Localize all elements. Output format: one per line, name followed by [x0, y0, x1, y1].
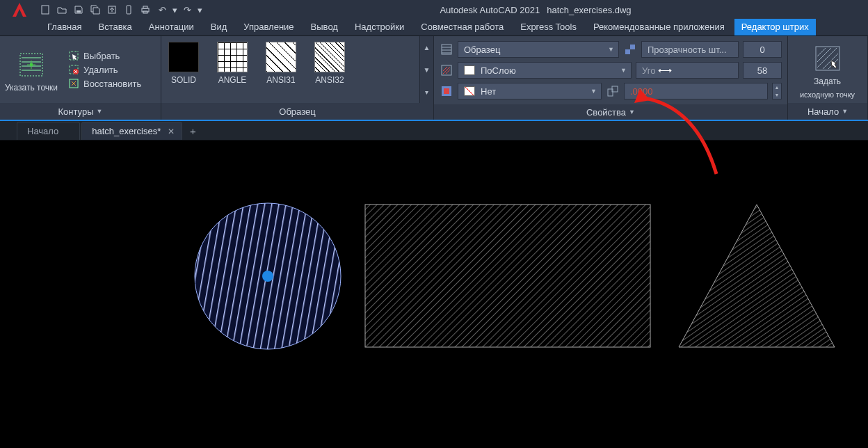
hatch-type-dropdown[interactable]: Образец▼ [458, 41, 619, 58]
panel-boundaries: Указать точки Выбрать Удалить Восстанови… [0, 36, 161, 120]
transparency-label[interactable]: Прозрачность шт... [641, 41, 739, 58]
canvas-svg [0, 141, 868, 448]
pattern-angle[interactable]: ANGLE [217, 42, 248, 85]
svg-rect-1 [77, 10, 81, 13]
recreate-icon [68, 78, 79, 89]
transparency-value[interactable]: 0 [743, 41, 782, 58]
bgcolor-dropdown[interactable]: Нет▼ [458, 83, 602, 99]
select-icon [68, 50, 79, 61]
pattern-ansi31[interactable]: ANSI31 [266, 42, 296, 85]
gallery-down-button[interactable]: ▼ [420, 58, 433, 81]
gallery-up-button[interactable]: ▲ [420, 36, 433, 58]
menu-featured[interactable]: Рекомендованные приложения [586, 19, 732, 35]
quick-access-toolbar: ↶ ▾ ↷ ▾ [38, 2, 203, 17]
angle-value[interactable]: 58 [743, 62, 782, 79]
svg-rect-22 [630, 49, 635, 54]
spin-down-icon[interactable]: ▼ [773, 91, 781, 99]
pattern-ansi32-icon [314, 42, 345, 72]
qat-open-icon[interactable] [54, 2, 70, 17]
set-origin-label1: Задать [814, 77, 841, 86]
hatched-triangle[interactable] [679, 205, 835, 347]
hatched-rectangle[interactable] [365, 205, 650, 347]
remove-icon [68, 64, 79, 75]
app-logo[interactable] [4, 0, 35, 19]
remove-label: Удалить [83, 65, 118, 75]
remove-button[interactable]: Удалить [68, 64, 141, 75]
panel-pattern-title: Образец [161, 103, 433, 120]
file-name: hatch_exercises.dwg [547, 5, 631, 15]
qat-redo-dropdown-icon[interactable]: ▾ [196, 2, 203, 17]
pattern-solid[interactable]: SOLID [168, 42, 199, 85]
qat-undo-dropdown-icon[interactable]: ▾ [171, 2, 178, 17]
panel-pattern: SOLID ANGLE ANSI31 ANSI32 [161, 36, 434, 120]
pick-points-button[interactable]: Указать точки [0, 47, 63, 93]
svg-rect-0 [42, 6, 49, 14]
transparency-icon [623, 42, 637, 56]
svg-rect-21 [625, 45, 630, 49]
pattern-ansi32-label: ANSI32 [315, 75, 344, 85]
title-bar: ↶ ▾ ↷ ▾ Autodesk AutoCAD 2021 hatch_exer… [0, 0, 868, 19]
set-origin-label2: исходную точку [800, 90, 855, 99]
select-button[interactable]: Выбрать [68, 50, 141, 61]
scale-input[interactable]: .0000 [624, 83, 768, 99]
set-origin-button[interactable]: Задать исходную точку [788, 40, 867, 99]
scale-spinner[interactable]: ▲▼ [772, 83, 782, 99]
pattern-angle-label: ANGLE [218, 75, 247, 85]
close-icon[interactable]: ✕ [168, 127, 175, 136]
spin-up-icon[interactable]: ▲ [773, 83, 781, 91]
gallery-expand-button[interactable]: ▾ [420, 81, 433, 103]
pick-points-icon [17, 51, 45, 79]
menu-annotate[interactable]: Аннотации [142, 19, 201, 35]
scale-icon [606, 84, 620, 98]
color-swatch-icon [464, 65, 475, 75]
qat-save-icon[interactable] [71, 2, 86, 17]
set-origin-icon [814, 45, 842, 72]
menu-tabs: Главная Вставка Аннотации Вид Управление… [0, 19, 868, 36]
none-swatch-icon [464, 86, 475, 96]
menu-output[interactable]: Вывод [304, 19, 345, 35]
pattern-gallery-scroll: ▲ ▼ ▾ [419, 36, 433, 103]
ribbon: Указать точки Выбрать Удалить Восстанови… [0, 36, 868, 121]
qat-mobile-icon[interactable] [121, 2, 136, 17]
hatch-color-dropdown[interactable]: ПоСлою▼ [458, 62, 632, 79]
recreate-label: Восстановить [83, 79, 141, 89]
angle-label-field: Уго ⟷ [636, 62, 739, 79]
select-label: Выбрать [83, 51, 120, 61]
svg-rect-3 [127, 6, 131, 14]
panel-origin-title[interactable]: Начало▼ [788, 103, 867, 120]
recreate-button[interactable]: Восстановить [68, 78, 141, 89]
menu-collab[interactable]: Совместная работа [414, 19, 511, 35]
qat-print-icon[interactable] [138, 2, 153, 17]
menu-express[interactable]: Express Tools [513, 19, 584, 35]
svg-line-33 [817, 48, 831, 62]
hatch-color-icon [440, 63, 453, 77]
drawing-canvas[interactable] [0, 141, 868, 448]
resize-cursor-icon: ⟷ [658, 65, 672, 76]
new-tab-button[interactable]: + [184, 122, 202, 140]
menu-manage[interactable]: Управление [236, 19, 300, 35]
qat-redo-icon[interactable]: ↷ [179, 2, 195, 17]
qat-new-icon[interactable] [38, 2, 53, 17]
qat-saveall-icon[interactable] [88, 2, 103, 17]
doc-tab-file[interactable]: hatch_exercises*✕ [81, 122, 182, 140]
menu-insert[interactable]: Вставка [91, 19, 138, 35]
document-tabs: Начало hatch_exercises*✕ + [0, 121, 868, 141]
pattern-angle-icon [217, 42, 248, 72]
panel-boundaries-title[interactable]: Контуры▼ [0, 103, 161, 120]
pattern-ansi32[interactable]: ANSI32 [314, 42, 345, 85]
pattern-solid-icon [168, 42, 199, 72]
doc-tab-start[interactable]: Начало [17, 122, 80, 140]
panel-properties-title[interactable]: Свойства▼ [434, 104, 787, 120]
menu-home[interactable]: Главная [40, 19, 88, 35]
title-text: Autodesk AutoCAD 2021 hatch_exercises.dw… [203, 5, 868, 15]
bgcolor-icon [440, 84, 453, 98]
app-name: Autodesk AutoCAD 2021 [440, 5, 540, 15]
menu-addins[interactable]: Надстройки [348, 19, 411, 35]
qat-undo-icon[interactable]: ↶ [154, 2, 170, 17]
svg-rect-28 [444, 88, 449, 94]
menu-view[interactable]: Вид [204, 19, 234, 35]
pick-points-label: Указать точки [5, 83, 58, 93]
qat-publish-icon[interactable] [104, 2, 120, 17]
menu-hatch-editor[interactable]: Редактор штрих [734, 19, 816, 35]
circle-grip[interactable] [262, 271, 273, 282]
